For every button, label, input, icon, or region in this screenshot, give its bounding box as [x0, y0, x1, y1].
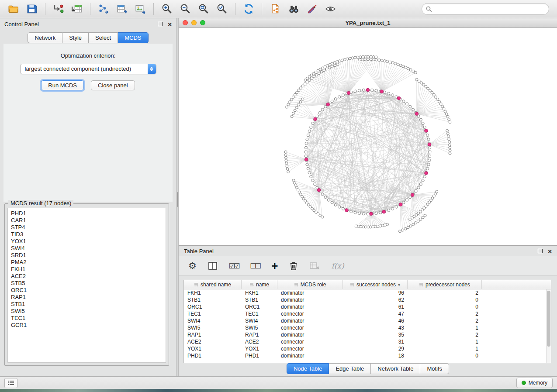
float-panel-icon[interactable]	[158, 22, 163, 26]
tab-network-table[interactable]: Network Table	[371, 363, 420, 374]
apply-layout-button[interactable]	[241, 2, 256, 17]
panel-menu-button[interactable]	[4, 378, 17, 388]
cell-predecessors[interactable]: 0	[408, 353, 482, 359]
cell-predecessors[interactable]: 1	[408, 325, 482, 331]
tab-node-table[interactable]: Node Table	[287, 363, 329, 374]
open-file-button[interactable]	[6, 2, 21, 17]
table-row[interactable]: SWI5 SWI5 connector 43 1	[184, 324, 551, 331]
table-scrollbar[interactable]	[546, 289, 551, 363]
cell-mcds-role[interactable]: dominator	[277, 297, 343, 303]
table-row[interactable]: FKH1 FKH1 dominator 96 2	[184, 289, 551, 296]
table-row[interactable]: ORC1 ORC1 dominator 61 0	[184, 303, 551, 310]
clone-network-button[interactable]	[267, 2, 283, 17]
cell-name[interactable]: YOX1	[242, 346, 277, 352]
result-node[interactable]: ORC1	[11, 287, 166, 294]
network-window-titlebar[interactable]: YPA_prune.txt_1	[179, 18, 557, 28]
result-node[interactable]: TEC1	[11, 315, 166, 322]
create-column-icon[interactable]: +	[271, 259, 278, 272]
result-node[interactable]: SRD1	[11, 252, 166, 259]
result-node[interactable]: STP4	[11, 224, 166, 231]
tab-motifs[interactable]: Motifs	[420, 363, 449, 374]
delete-column-icon[interactable]	[289, 259, 298, 272]
cell-mcds-role[interactable]: connector	[277, 339, 343, 345]
column-header-mcds-role[interactable]: MCDS role	[277, 280, 343, 289]
cell-mcds-role[interactable]: connector	[277, 346, 343, 352]
float-table-panel-icon[interactable]	[538, 249, 543, 253]
criterion-select[interactable]: largest connected component (undirected)	[20, 64, 156, 74]
cell-predecessors[interactable]: 1	[408, 346, 482, 352]
network-canvas[interactable]	[179, 28, 557, 245]
result-node[interactable]: TID3	[11, 231, 166, 238]
result-node[interactable]: STB5	[11, 280, 166, 287]
tab-edge-table[interactable]: Edge Table	[329, 363, 371, 374]
minimize-window-icon[interactable]	[191, 20, 197, 25]
cell-shared-name[interactable]: TEC1	[184, 311, 242, 317]
cell-name[interactable]: STB1	[242, 297, 277, 303]
result-node[interactable]: FKH1	[11, 266, 166, 273]
cell-shared-name[interactable]: PHD1	[184, 353, 242, 359]
result-node[interactable]: PMA2	[11, 259, 166, 266]
cell-predecessors[interactable]: 2	[408, 290, 482, 296]
search-input[interactable]	[435, 5, 545, 13]
import-network-button[interactable]	[51, 2, 66, 17]
import-table-button[interactable]	[69, 2, 85, 17]
cell-name[interactable]: ORC1	[242, 304, 277, 310]
close-panel-button[interactable]: Close panel	[91, 80, 135, 90]
result-node[interactable]: YOX1	[11, 238, 166, 245]
cell-name[interactable]: PHD1	[242, 353, 277, 359]
cell-shared-name[interactable]: YOX1	[184, 346, 242, 352]
maximize-window-icon[interactable]	[200, 20, 205, 25]
table-row[interactable]: RAP1 RAP1 dominator 35 2	[184, 331, 551, 338]
cell-shared-name[interactable]: STB1	[184, 297, 242, 303]
cell-successors[interactable]: 43	[343, 325, 408, 331]
tab-network[interactable]: Network	[28, 32, 62, 43]
cell-successors[interactable]: 61	[343, 304, 408, 310]
close-table-panel-icon[interactable]: ×	[548, 248, 552, 254]
cell-predecessors[interactable]: 1	[408, 339, 482, 345]
first-neighbors-button[interactable]	[286, 2, 301, 17]
memory-button[interactable]: Memory	[516, 378, 553, 388]
cell-mcds-role[interactable]: dominator	[277, 332, 343, 338]
cell-shared-name[interactable]: ORC1	[184, 304, 242, 310]
cell-mcds-role[interactable]: dominator	[277, 290, 343, 296]
cell-name[interactable]: TEC1	[242, 311, 277, 317]
cell-name[interactable]: ACE2	[242, 339, 277, 345]
cell-successors[interactable]: 29	[343, 346, 408, 352]
cell-shared-name[interactable]: FKH1	[184, 290, 242, 296]
close-window-icon[interactable]	[183, 20, 188, 25]
cell-shared-name[interactable]: SWI5	[184, 325, 242, 331]
cell-successors[interactable]: 96	[343, 290, 408, 296]
cell-predecessors[interactable]: 0	[408, 297, 482, 303]
result-node[interactable]: RAP1	[11, 294, 166, 301]
cell-successors[interactable]: 46	[343, 318, 408, 324]
zoom-fit-button[interactable]	[196, 2, 211, 17]
save-session-button[interactable]	[24, 2, 40, 17]
result-node[interactable]: ACE2	[11, 273, 166, 280]
table-settings-gear-icon[interactable]: ⚙	[188, 259, 197, 272]
column-header-name[interactable]: name	[242, 280, 277, 289]
cell-name[interactable]: SWI4	[242, 318, 277, 324]
cell-mcds-role[interactable]: dominator	[277, 304, 343, 310]
cell-predecessors[interactable]: 2	[408, 311, 482, 317]
cell-mcds-role[interactable]: connector	[277, 325, 343, 331]
cell-name[interactable]: SWI5	[242, 325, 277, 331]
table-scrollbar-thumb[interactable]	[547, 291, 550, 347]
table-row[interactable]: TEC1 TEC1 connector 47 2	[184, 310, 551, 317]
cell-successors[interactable]: 18	[343, 353, 408, 359]
result-node[interactable]: GCR1	[11, 322, 166, 329]
cell-successors[interactable]: 47	[343, 311, 408, 317]
table-row[interactable]: SWI4 SWI4 dominator 46 2	[184, 317, 551, 324]
cell-successors[interactable]: 35	[343, 332, 408, 338]
cell-shared-name[interactable]: SWI4	[184, 318, 242, 324]
cell-predecessors[interactable]: 0	[408, 304, 482, 310]
annotations-button[interactable]	[304, 2, 320, 17]
search-box[interactable]	[422, 3, 549, 15]
column-header-predecessor-nodes[interactable]: predecessor nodes	[408, 280, 482, 289]
cell-successors[interactable]: 62	[343, 297, 408, 303]
cell-mcds-role[interactable]: dominator	[277, 318, 343, 324]
zoom-in-button[interactable]	[159, 2, 175, 17]
sort-descending-chevron-icon[interactable]: ▾	[398, 282, 400, 287]
table-row[interactable]: STB1 STB1 dominator 62 0	[184, 296, 551, 303]
table-row[interactable]: PHD1 PHD1 dominator 18 0	[184, 352, 551, 359]
export-image-button[interactable]	[132, 2, 148, 17]
